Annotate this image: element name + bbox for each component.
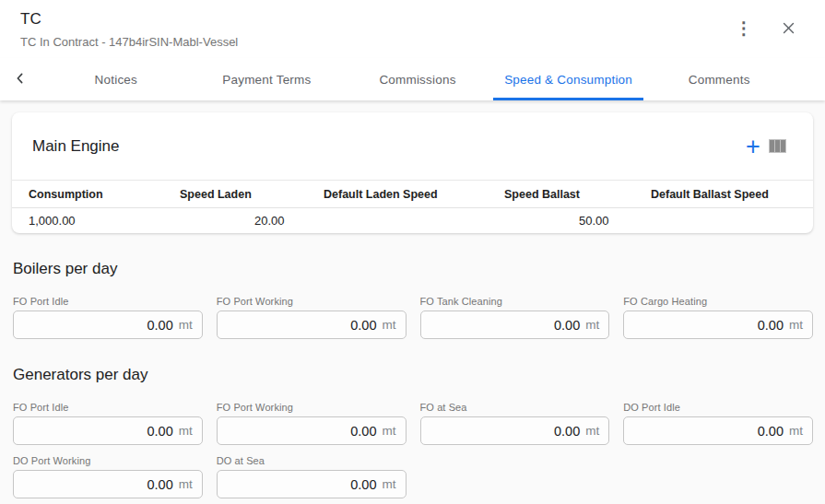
field-boilers-fo-cargo-heating: FO Cargo Heating 0.00 mt [623, 296, 813, 339]
main-engine-table-row: 1,000.00 20.00 50.00 [12, 207, 813, 233]
field-label: FO Port Working [217, 402, 407, 413]
field-generators-fo-port-working: FO Port Working 0.00 mt [217, 402, 407, 445]
chevron-left-icon [13, 71, 28, 88]
boilers-fo-port-working-input[interactable]: 0.00 mt [217, 311, 407, 339]
column-header-speed-laden: Speed Laden [180, 188, 324, 201]
cell-consumption[interactable]: 1,000.00 [29, 214, 180, 228]
column-header-default-laden-speed: Default Laden Speed [324, 188, 504, 201]
dialog-header: TC TC In Contract - 147b4irSIN-Mabl-Vess… [0, 0, 825, 58]
field-generators-fo-port-idle: FO Port Idle 0.00 mt [13, 402, 203, 445]
tab-bar: Notices Payment Terms Commissions Speed … [0, 58, 825, 100]
field-value: 0.00 [350, 477, 376, 492]
generators-fo-port-idle-input[interactable]: 0.00 mt [13, 416, 203, 445]
cell-speed-ballast[interactable]: 50.00 [504, 214, 651, 228]
boilers-section-title: Boilers per day [13, 260, 812, 278]
tab-payment-terms[interactable]: Payment Terms [192, 58, 343, 100]
field-unit: mt [179, 424, 193, 438]
generators-do-port-idle-input[interactable]: 0.00 mt [623, 416, 813, 445]
tab-commissions[interactable]: Commissions [342, 58, 493, 100]
main-engine-card-header: Main Engine + [12, 112, 813, 180]
field-generators-do-at-sea: DO at Sea 0.00 mt [217, 455, 407, 498]
generators-section-title: Generators per day [13, 366, 812, 384]
field-value: 0.00 [554, 318, 580, 333]
field-unit: mt [383, 424, 396, 438]
field-value: 0.00 [554, 424, 580, 439]
page-subtitle: TC In Contract - 147b4irSIN-Mabl-Vessel [20, 35, 805, 49]
generators-do-at-sea-input[interactable]: 0.00 mt [217, 470, 407, 498]
field-value: 0.00 [758, 424, 784, 439]
field-unit: mt [179, 477, 193, 491]
field-generators-do-port-working: DO Port Working 0.00 mt [13, 455, 203, 498]
column-header-consumption: Consumption [29, 188, 180, 201]
generators-do-port-working-input[interactable]: 0.00 mt [13, 470, 203, 498]
tab-notices[interactable]: Notices [41, 58, 192, 100]
page-title: TC [20, 10, 805, 29]
field-unit: mt [585, 318, 599, 332]
tab-scroll-left-button[interactable] [0, 58, 41, 100]
field-value: 0.00 [147, 477, 173, 492]
tab-content: Main Engine + Consumption Speed Laden De… [0, 100, 825, 498]
field-label: FO Tank Cleaning [420, 296, 610, 307]
tabs-list: Notices Payment Terms Commissions Speed … [41, 58, 795, 100]
view-columns-icon [769, 139, 786, 153]
add-row-button[interactable]: + [741, 135, 765, 158]
field-label: FO Port Idle [13, 402, 203, 413]
field-label: DO Port Working [13, 455, 203, 466]
plus-icon: + [746, 136, 760, 157]
column-header-speed-ballast: Speed Ballast [504, 188, 651, 201]
tab-speed-and-consumption[interactable]: Speed & Consumption [493, 58, 644, 100]
field-label: DO at Sea [217, 455, 407, 466]
field-boilers-fo-tank-cleaning: FO Tank Cleaning 0.00 mt [420, 296, 610, 339]
main-engine-table-header: Consumption Speed Laden Default Laden Sp… [12, 180, 813, 207]
field-unit: mt [383, 318, 396, 332]
field-label: FO at Sea [420, 402, 610, 413]
field-label: DO Port Idle [623, 402, 813, 413]
field-boilers-fo-port-idle: FO Port Idle 0.00 mt [13, 296, 203, 339]
field-generators-fo-at-sea: FO at Sea 0.00 mt [420, 402, 610, 445]
cell-speed-laden[interactable]: 20.00 [180, 214, 324, 228]
boilers-fields: FO Port Idle 0.00 mt FO Port Working 0.0… [13, 296, 813, 339]
field-boilers-fo-port-working: FO Port Working 0.00 mt [217, 296, 407, 339]
close-button[interactable] [775, 15, 801, 41]
column-settings-button[interactable] [765, 135, 789, 158]
field-value: 0.00 [350, 318, 376, 333]
column-header-default-ballast-speed: Default Ballast Speed [651, 188, 796, 201]
field-unit: mt [383, 477, 396, 491]
field-value: 0.00 [758, 318, 784, 333]
field-label: FO Cargo Heating [623, 296, 813, 307]
field-unit: mt [585, 424, 599, 438]
generators-fo-port-working-input[interactable]: 0.00 mt [217, 416, 407, 445]
boilers-fo-cargo-heating-input[interactable]: 0.00 mt [623, 311, 813, 339]
field-value: 0.00 [350, 424, 376, 439]
field-unit: mt [789, 424, 803, 438]
main-engine-title: Main Engine [32, 137, 120, 156]
generators-fo-at-sea-input[interactable]: 0.00 mt [420, 416, 610, 445]
kebab-menu-button[interactable]: ⋮ [731, 15, 757, 41]
header-actions: ⋮ [731, 15, 801, 41]
field-value: 0.00 [147, 318, 173, 333]
field-label: FO Port Working [217, 296, 407, 307]
field-label: FO Port Idle [13, 296, 203, 307]
field-unit: mt [179, 318, 193, 332]
main-engine-card: Main Engine + Consumption Speed Laden De… [12, 112, 813, 233]
close-icon [781, 20, 796, 36]
boilers-fo-port-idle-input[interactable]: 0.00 mt [13, 311, 203, 339]
field-value: 0.00 [147, 424, 173, 439]
field-generators-do-port-idle: DO Port Idle 0.00 mt [623, 402, 813, 445]
kebab-menu-icon: ⋮ [736, 19, 753, 37]
generators-fields: FO Port Idle 0.00 mt FO Port Working 0.0… [13, 402, 813, 498]
field-unit: mt [789, 318, 803, 332]
boilers-fo-tank-cleaning-input[interactable]: 0.00 mt [420, 311, 610, 339]
tab-comments[interactable]: Comments [643, 58, 795, 100]
